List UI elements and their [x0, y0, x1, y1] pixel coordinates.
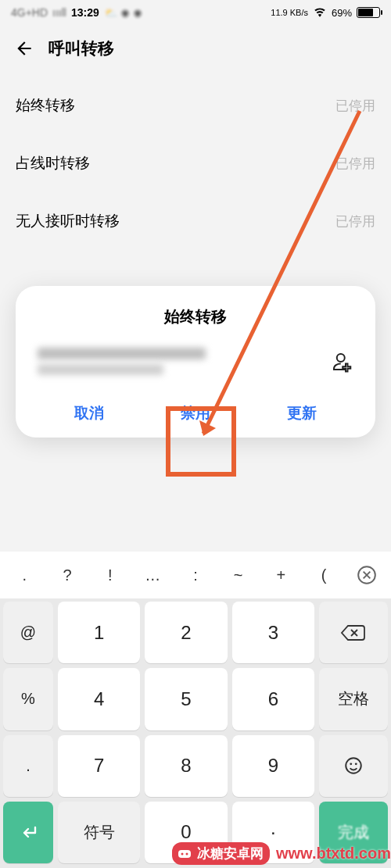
sym-key[interactable]: ~ — [217, 566, 260, 584]
sym-key[interactable]: : — [174, 566, 217, 584]
sym-key[interactable]: ? — [46, 566, 89, 584]
num-key[interactable]: 3 — [232, 602, 314, 663]
side-key[interactable]: % — [3, 668, 53, 730]
emoji-key-icon[interactable] — [319, 735, 388, 797]
num-key[interactable]: 8 — [145, 735, 227, 797]
sym-key[interactable]: … — [131, 566, 174, 584]
delete-key-icon[interactable] — [319, 602, 388, 663]
symbol-row: . ? ! … : ~ + ( — [0, 552, 391, 598]
svg-point-4 — [350, 763, 352, 766]
backspace-symbol-icon[interactable] — [345, 565, 388, 585]
svg-line-0 — [203, 111, 360, 434]
num-key[interactable]: 6 — [232, 668, 314, 730]
svg-point-8 — [185, 852, 188, 855]
svg-point-3 — [346, 758, 361, 773]
watermark-text: 冰糖安卓网 — [197, 845, 264, 863]
keyboard: . ? ! … : ~ + ( @ 1 2 3 % 4 5 6 空格 . 7 8… — [0, 552, 391, 868]
svg-point-7 — [181, 852, 183, 855]
sym-key[interactable]: . — [3, 566, 46, 584]
num-key[interactable]: 1 — [58, 602, 140, 663]
svg-point-5 — [355, 763, 357, 766]
watermark: 冰糖安卓网 www.btxtd.com — [172, 842, 391, 865]
num-key[interactable]: 9 — [232, 735, 314, 797]
sym-key[interactable]: ! — [88, 566, 131, 584]
symbol-key[interactable]: 符号 — [58, 802, 140, 863]
side-key[interactable]: @ — [3, 602, 53, 663]
hide-keyboard-icon[interactable] — [3, 802, 53, 863]
space-key[interactable]: 空格 — [319, 668, 388, 730]
sym-key[interactable]: ( — [303, 566, 346, 584]
num-key[interactable]: 2 — [145, 602, 227, 663]
annotation-highlight-box — [166, 406, 236, 477]
watermark-url: www.btxtd.com — [276, 845, 391, 863]
sym-key[interactable]: + — [260, 566, 303, 584]
watermark-badge: 冰糖安卓网 — [172, 842, 270, 865]
side-key[interactable]: . — [3, 735, 53, 797]
num-key[interactable]: 5 — [145, 668, 227, 730]
num-key[interactable]: 7 — [58, 735, 140, 797]
num-key[interactable]: 4 — [58, 668, 140, 730]
svg-rect-6 — [178, 850, 191, 858]
